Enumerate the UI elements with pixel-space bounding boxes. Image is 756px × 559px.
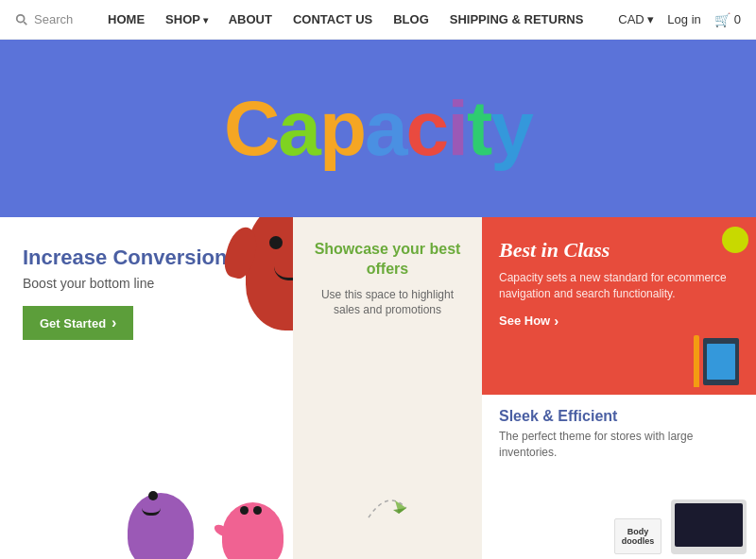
center-body: Use this space to highlight sales and pr… <box>312 287 463 319</box>
nav-contact[interactable]: CONTACT US <box>293 12 372 26</box>
right-top-section: Best in Class Capacity sets a new standa… <box>482 217 756 395</box>
deco-bodydoodles: Bodydoodles <box>614 518 662 554</box>
center-panel: Showcase your best offers Use this space… <box>293 217 482 559</box>
nav-actions: CAD ▾ Log in 🛒 0 <box>618 12 741 27</box>
content-grid: Increase Conversions Boost your bottom l… <box>0 217 756 559</box>
right-panel: Best in Class Capacity sets a new standa… <box>482 217 756 559</box>
hero-banner: Capacity <box>0 40 756 217</box>
svg-point-0 <box>17 14 25 22</box>
search-icon <box>15 13 28 26</box>
red-plush <box>246 217 293 349</box>
tablet-mockup <box>671 500 747 554</box>
right-top-body: Capacity sets a new standard for ecommer… <box>499 270 739 302</box>
nav-bar: Search HOME SHOP ABOUT CONTACT US BLOG S… <box>0 0 756 40</box>
right-bottom-section: Sleek & Efficient The perfect theme for … <box>482 395 756 559</box>
nav-home[interactable]: HOME <box>108 12 145 26</box>
currency-selector[interactable]: CAD ▾ <box>618 12 654 26</box>
nav-shipping[interactable]: SHIPPING & RETURNS <box>450 12 584 26</box>
center-heading: Showcase your best offers <box>312 240 463 280</box>
purple-plush <box>128 465 217 559</box>
nav-about[interactable]: ABOUT <box>229 12 272 26</box>
login-link[interactable]: Log in <box>667 12 700 26</box>
nav-links: HOME SHOP ABOUT CONTACT US BLOG SHIPPING… <box>108 12 583 26</box>
left-panel: Increase Conversions Boost your bottom l… <box>0 217 293 559</box>
see-how-button[interactable]: See How <box>499 313 558 329</box>
cart-count: 0 <box>734 12 741 26</box>
plush-figures <box>128 465 293 559</box>
nav-shop[interactable]: SHOP <box>165 12 208 26</box>
paper-plane-icon <box>359 480 416 531</box>
red-plush-area <box>227 217 293 387</box>
right-bottom-heading: Sleek & Efficient <box>499 408 739 425</box>
cart-link[interactable]: 🛒 0 <box>714 12 741 27</box>
svg-line-1 <box>24 22 26 25</box>
deco-pencil <box>694 335 699 387</box>
right-bottom-body: The perfect theme for stores with large … <box>499 429 739 461</box>
cart-icon: 🛒 <box>714 12 730 27</box>
search-label: Search <box>34 12 73 26</box>
right-top-heading: Best in Class <box>499 238 739 263</box>
get-started-button[interactable]: Get Started <box>23 306 133 340</box>
hero-title: Capacity <box>224 90 532 167</box>
deco-circle <box>722 227 748 253</box>
pink-plush <box>217 483 293 559</box>
nav-blog[interactable]: BLOG <box>393 12 429 26</box>
deco-book <box>703 338 739 385</box>
search-area[interactable]: Search <box>15 12 73 26</box>
